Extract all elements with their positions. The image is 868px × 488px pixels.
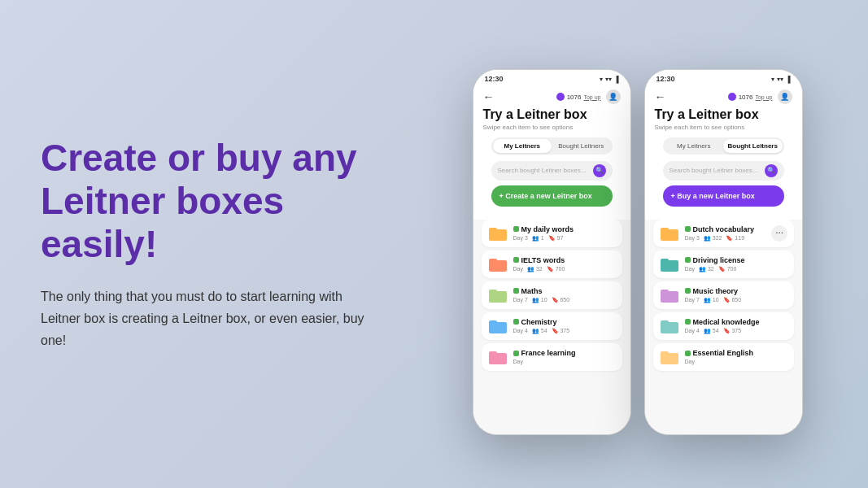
- folder-icon: [488, 287, 508, 303]
- list-item[interactable]: Dutch vocabularyDay 3 👥 322 🔖 119⋯: [653, 220, 794, 247]
- list-item[interactable]: Driving licenseDay 👥 32 🔖 700: [653, 251, 794, 278]
- item-info: Music theoryDay 7 👥 10 🔖 650: [685, 287, 787, 303]
- tab-bought-leitners-2[interactable]: Bought Leitners: [723, 139, 783, 153]
- avatar-2[interactable]: 👤: [778, 89, 792, 104]
- item-count: 🔖 97: [548, 235, 564, 242]
- item-name: Music theory: [685, 287, 787, 295]
- svg-rect-15: [661, 290, 669, 294]
- folder-icon: [488, 225, 508, 242]
- phone-title-1: Try a Leitner box: [483, 107, 621, 122]
- list-item[interactable]: Essential EnglishDay: [653, 343, 794, 371]
- item-info: My daily wordsDay 3 👥 1 🔖 97: [513, 225, 616, 242]
- phones-container: 12:30 ▾ ▾▾ ▐ ← 1076 Top up 👤 Try a Leit: [407, 53, 868, 435]
- item-day: Day: [685, 359, 695, 364]
- phone-subtitle-1: Swipe each item to see options: [483, 124, 621, 131]
- top-up-1[interactable]: Top up: [583, 94, 600, 100]
- svg-rect-17: [661, 320, 669, 325]
- buy-button-2[interactable]: + Buy a new Leitner box: [663, 185, 784, 207]
- create-button-1[interactable]: + Create a new Leitner box: [491, 185, 613, 207]
- item-users: 👥 54: [532, 328, 547, 334]
- more-options-button[interactable]: ⋯: [771, 225, 787, 242]
- list-item[interactable]: MathsDay 7 👥 10 🔖 650: [482, 281, 622, 309]
- item-name: Driving license: [685, 256, 787, 264]
- avatar-1[interactable]: 👤: [606, 89, 621, 104]
- search-placeholder-1[interactable]: Search bought Leitner boxes...: [498, 167, 593, 174]
- item-count: 🔖 650: [723, 297, 742, 303]
- phone-2-content: ← 1076 Top up 👤 Try a Leitner box Swipe …: [645, 85, 802, 434]
- search-row-1: Search bought Leitner boxes... 🔍: [491, 161, 613, 181]
- svg-rect-5: [489, 290, 497, 294]
- phone-subtitle-2: Swipe each item to see options: [655, 124, 792, 131]
- tab-bought-leitners-1[interactable]: Bought Leitners: [552, 139, 611, 153]
- item-info: Dutch vocabularyDay 3 👥 322 🔖 119: [685, 225, 765, 242]
- list-item[interactable]: Medical knowledgeDay 4 👥 54 🔖 375: [653, 312, 794, 340]
- top-up-2[interactable]: Top up: [755, 94, 772, 100]
- list-item[interactable]: France learningDay: [482, 343, 622, 371]
- item-name: IELTS words: [513, 256, 616, 264]
- item-users: 👥 10: [704, 297, 719, 303]
- signal-icon: ▾▾: [605, 76, 612, 83]
- item-meta: Day 7 👥 10 🔖 650: [513, 297, 616, 303]
- svg-rect-3: [489, 259, 497, 263]
- signal-icon-2: ▾▾: [777, 76, 783, 83]
- status-icons-2: ▾ ▾▾ ▐: [771, 76, 791, 83]
- item-info: IELTS wordsDay 👥 32 🔖 700: [513, 256, 616, 272]
- item-day: Day 7: [513, 297, 528, 303]
- item-count: 🔖 700: [718, 266, 737, 272]
- tab-my-leitners-1[interactable]: My Leitners: [493, 139, 552, 153]
- item-count: 🔖 119: [726, 235, 744, 242]
- folder-icon: [488, 349, 508, 365]
- status-time-1: 12:30: [485, 75, 504, 83]
- item-info: ChemistryDay 4 👥 54 🔖 375: [513, 318, 616, 334]
- shield-dot: [513, 257, 519, 263]
- item-day: Day 4: [685, 328, 700, 333]
- item-name-text: France learning: [521, 349, 576, 357]
- shield-dot: [513, 351, 519, 356]
- item-meta: Day 3 👥 322 🔖 119: [685, 235, 765, 242]
- phone-1-header: ← 1076 Top up 👤 Try a Leitner box Swipe …: [473, 85, 630, 220]
- item-name: My daily words: [513, 225, 616, 233]
- nav-coins-2: 1076 Top up: [728, 93, 773, 101]
- svg-rect-1: [489, 228, 497, 232]
- item-meta: Day 4 👥 54 🔖 375: [513, 328, 616, 334]
- coin-icon-2: [728, 93, 736, 101]
- back-button-2[interactable]: ←: [655, 90, 666, 103]
- shield-dot: [685, 288, 691, 294]
- item-users: 👥 32: [527, 266, 543, 272]
- wifi-icon-2: ▾: [771, 76, 774, 83]
- wifi-icon: ▾: [600, 76, 603, 83]
- item-name-text: IELTS words: [521, 256, 565, 264]
- battery-icon: ▐: [614, 76, 619, 83]
- item-name-text: Medical knowledge: [693, 318, 760, 326]
- list-item[interactable]: IELTS wordsDay 👥 32 🔖 700: [482, 251, 622, 278]
- item-info: Medical knowledgeDay 4 👥 54 🔖 375: [685, 318, 787, 334]
- item-name-text: Chemistry: [521, 318, 557, 326]
- svg-rect-19: [661, 351, 669, 355]
- tab-my-leitners-2[interactable]: My Leitners: [665, 139, 724, 153]
- search-placeholder-2[interactable]: Search bought Leitner boxes...: [670, 167, 765, 174]
- item-count: 🔖 700: [547, 266, 565, 272]
- coin-count-1: 1076: [567, 94, 582, 101]
- item-users: 👥 54: [704, 328, 719, 334]
- item-meta: Day 3 👥 1 🔖 97: [513, 235, 616, 242]
- list-item[interactable]: ChemistryDay 4 👥 54 🔖 375: [482, 312, 622, 340]
- item-meta: Day: [685, 359, 787, 364]
- item-day: Day 7: [685, 297, 700, 303]
- item-name: Medical knowledge: [685, 318, 787, 326]
- item-name-text: Maths: [521, 287, 543, 295]
- status-bar-2: 12:30 ▾ ▾▾ ▐: [645, 70, 802, 85]
- list-item[interactable]: My daily wordsDay 3 👥 1 🔖 97: [482, 220, 622, 247]
- list-item[interactable]: Music theoryDay 7 👥 10 🔖 650: [653, 281, 794, 309]
- shield-dot: [513, 226, 519, 232]
- search-button-2[interactable]: 🔍: [765, 164, 778, 177]
- item-info: France learningDay: [513, 349, 616, 364]
- search-button-1[interactable]: 🔍: [593, 164, 606, 177]
- tabs-row-1: My Leitners Bought Leitners: [491, 137, 613, 155]
- shield-dot: [685, 351, 691, 356]
- nav-coins-1: 1076 Top up: [556, 93, 601, 101]
- item-day: Day 3: [513, 235, 528, 241]
- status-icons-1: ▾ ▾▾ ▐: [600, 76, 619, 83]
- back-button-1[interactable]: ←: [483, 90, 495, 103]
- shield-dot: [685, 257, 691, 263]
- item-day: Day 4: [513, 328, 528, 333]
